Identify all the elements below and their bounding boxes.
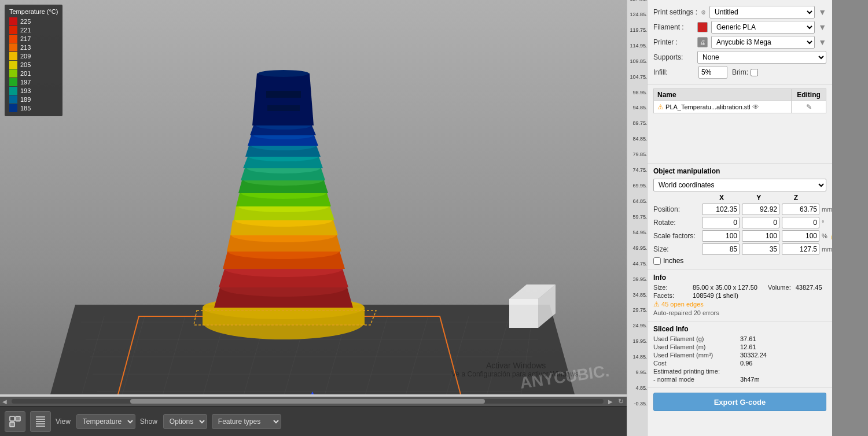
normal-mode-row: - normal mode 3h47m (653, 376, 826, 383)
position-y-input[interactable] (742, 204, 779, 215)
rotate-y-input[interactable] (742, 217, 779, 228)
file-cell: ⚠ PLA_Temperatu...alibration.stl 👁 (654, 101, 792, 113)
print-time-row: Estimated printing time: (653, 368, 826, 375)
3d-viewport[interactable]: Temperature (°C) 22522121721320920520119… (0, 0, 627, 436)
rotate-unit: ° (822, 219, 824, 226)
view-3d-button[interactable] (5, 411, 25, 432)
3d-scene: ANYCUBIC. (0, 0, 627, 436)
scale-label: Scale factors: (653, 232, 700, 240)
filament-g-label: Used Filament (g) (653, 335, 740, 342)
cost-row: Cost 0.96 (653, 360, 826, 367)
ruler-tick-value: 124.85 (630, 12, 647, 17)
coord-mode-dropdown[interactable]: World coordinates (653, 179, 826, 191)
filament-g-row: Used Filament (g) 37.61 (653, 335, 826, 342)
ruler-tick-value: 54.95 (632, 230, 647, 235)
view-select[interactable]: Temperature (76, 414, 135, 429)
position-label: Position: (653, 205, 700, 213)
printer-dropdown[interactable]: Anycubic i3 Mega (711, 36, 815, 49)
inches-row: Inches (653, 257, 826, 265)
horizontal-scrollbar[interactable]: ◀ ▶ ↻ (0, 397, 627, 406)
ruler-tick-value: 59.75 (632, 215, 647, 220)
filament-expand[interactable]: ▼ (818, 23, 826, 32)
printer-expand[interactable]: ▼ (818, 38, 826, 47)
inches-checkbox[interactable] (653, 257, 661, 265)
feature-types-select[interactable]: Feature types (212, 414, 281, 429)
position-unit: mm (822, 206, 832, 213)
scale-x-input[interactable] (702, 230, 740, 242)
scale-z-input[interactable] (782, 230, 819, 242)
scroll-left-arrow[interactable]: ◀ (0, 398, 9, 405)
filament-row: Filament : Generic PLA ▼ (653, 21, 826, 34)
brim-label: Brim: (732, 68, 748, 76)
ruler-tick-value: 9.95 (635, 370, 647, 375)
print-settings-icon[interactable]: ⚙ (701, 9, 706, 16)
normal-mode-value: 3h47m (740, 376, 760, 383)
col-editing-header: Editing (792, 89, 826, 101)
print-settings-section: Print settings : ⚙ Untitled ▼ Filament :… (648, 0, 832, 85)
scroll-right-arrow[interactable]: ▶ (606, 398, 615, 405)
sliced-info-section: Sliced Info Used Filament (g) 37.61 Used… (648, 322, 832, 388)
view-layers-button[interactable] (30, 411, 51, 432)
scale-y-input[interactable] (742, 230, 779, 242)
ruler-tick-value: 104.75 (630, 75, 647, 80)
svg-point-54 (258, 70, 309, 77)
editing-cell: ✎ (792, 101, 826, 113)
ruler-tick-value: 84.85 (632, 136, 647, 142)
scale-unit: % (822, 232, 827, 239)
brim-checkbox[interactable] (751, 69, 758, 76)
objects-table-section: Name Editing ⚠ PLA_Temperatu...alibratio… (648, 85, 832, 164)
size-z-input[interactable] (782, 243, 819, 255)
scale-lock-icon[interactable]: 🔒 (830, 232, 832, 240)
print-settings-dropdown[interactable]: Untitled (709, 6, 815, 19)
filament-dropdown[interactable]: Generic PLA (711, 21, 815, 34)
view-label: View (56, 417, 71, 426)
svg-rect-63 (10, 416, 14, 421)
x-header: X (704, 194, 739, 202)
supports-dropdown[interactable]: None (697, 51, 826, 64)
edit-icon[interactable]: ✎ (806, 103, 812, 111)
filament-g-value: 37.61 (740, 335, 756, 342)
col-name-header: Name (654, 89, 792, 101)
warning-icon-2: ⚠ (653, 300, 660, 308)
bottom-toolbar: View Temperature Show Options Feature ty… (0, 406, 627, 436)
ruler-tick-value: 49.95 (632, 246, 647, 251)
svg-rect-65 (10, 422, 14, 427)
size-x-input[interactable] (702, 243, 740, 255)
ruler-tick-value: 14.85 (632, 354, 647, 360)
print-settings-row: Print settings : ⚙ Untitled ▼ (653, 6, 826, 19)
size-unit: mm (822, 246, 832, 253)
export-gcode-button[interactable]: Export G-code (653, 393, 826, 411)
ruler-tick-value: 114.95 (630, 43, 647, 49)
rotate-x-input[interactable] (702, 217, 740, 228)
filament-color-swatch (697, 22, 708, 32)
filament-mm3-value: 30332.24 (740, 352, 767, 359)
ruler-tick-value: 119.75 (630, 28, 647, 33)
scroll-thumb[interactable] (130, 399, 486, 404)
svg-rect-55 (266, 91, 301, 98)
warning-icon: ⚠ (657, 103, 664, 111)
file-name: PLA_Temperatu...alibration.stl (665, 104, 751, 110)
svg-marker-53 (252, 73, 314, 125)
ruler-tick-value: 34.85 (632, 293, 647, 298)
show-select[interactable]: Options (163, 414, 207, 429)
filament-label: Filament : (653, 23, 694, 31)
scroll-track[interactable] (12, 399, 604, 404)
infill-input[interactable] (698, 66, 727, 79)
inches-label: Inches (663, 257, 683, 265)
infill-label: Infill: (653, 68, 694, 76)
scroll-reset-button[interactable]: ↻ (615, 397, 627, 406)
position-x-input[interactable] (702, 204, 740, 215)
size-y-input[interactable] (742, 243, 779, 255)
position-z-input[interactable] (782, 204, 819, 215)
ruler-tick-value: -0.35 (634, 401, 647, 407)
size-label: Size: (653, 245, 700, 253)
ruler-tick-value: 79.85 (632, 152, 647, 157)
objects-table: Name Editing ⚠ PLA_Temperatu...alibratio… (653, 88, 826, 113)
print-settings-expand[interactable]: ▼ (818, 8, 826, 17)
rotate-z-input[interactable] (782, 217, 819, 228)
ruler-tick-value: 64.85 (632, 199, 647, 204)
table-row[interactable]: ⚠ PLA_Temperatu...alibration.stl 👁 ✎ (654, 101, 826, 113)
eye-icon[interactable]: 👁 (752, 103, 759, 111)
ruler-tick-value: 19.95 (632, 339, 647, 344)
info-volume-value: 43827.45 (796, 284, 822, 291)
